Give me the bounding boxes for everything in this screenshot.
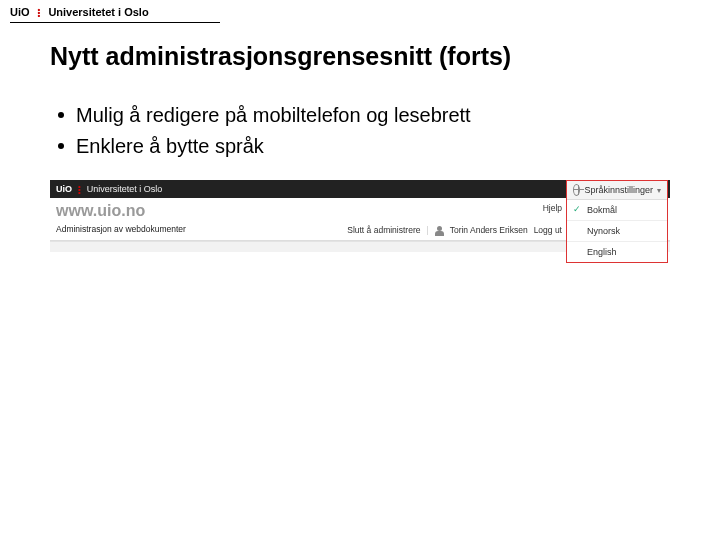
bullet-dot-icon — [58, 143, 64, 149]
site-subtitle: Administrasjon av webdokumenter — [56, 224, 186, 234]
chevron-down-icon: ▾ — [657, 186, 661, 195]
shot-toolbar: Hjelp Slutt å administrere | Torin Ander… — [347, 198, 562, 240]
bullet-list: Mulig å redigere på mobiltelefon og lese… — [58, 100, 471, 162]
bullet-item: Mulig å redigere på mobiltelefon og lese… — [58, 100, 471, 131]
shot-logo-uio: UiO — [56, 184, 72, 194]
help-link[interactable]: Hjelp — [543, 203, 562, 213]
shot-logo-university: Universitetet i Oslo — [87, 184, 163, 194]
globe-icon — [573, 184, 580, 196]
shot-logo-colons: ••• — [78, 185, 81, 194]
language-dropdown-header[interactable]: Språkinnstillinger ▾ — [567, 181, 667, 200]
user-name: Torin Anders Eriksen — [450, 225, 528, 235]
logo-uio: UiO — [10, 6, 30, 18]
stop-admin-link[interactable]: Slutt å administrere — [347, 225, 420, 235]
bullet-text: Mulig å redigere på mobiltelefon og lese… — [76, 100, 471, 131]
logout-link[interactable]: Logg ut — [534, 225, 562, 235]
language-option-label: Nynorsk — [587, 226, 620, 236]
slide-title: Nytt administrasjonsgrensesnitt (forts) — [50, 42, 511, 71]
language-option-label: English — [587, 247, 617, 257]
logo-university: Universitetet i Oslo — [48, 6, 148, 18]
language-option-english[interactable]: English — [567, 241, 667, 262]
language-dropdown-label: Språkinnstillinger — [584, 185, 653, 195]
person-icon — [435, 226, 444, 235]
language-option-bokmal[interactable]: Bokmål — [567, 200, 667, 220]
logo-underline — [10, 22, 220, 23]
site-name: www.uio.no — [56, 202, 145, 220]
language-option-label: Bokmål — [587, 205, 617, 215]
embedded-screenshot: UiO ••• Universitetet i Oslo www.uio.no … — [50, 180, 670, 252]
language-dropdown[interactable]: Språkinnstillinger ▾ Bokmål Nynorsk Engl… — [566, 180, 668, 263]
logo-colons: ••• — [38, 8, 41, 17]
bullet-item: Enklere å bytte språk — [58, 131, 471, 162]
bullet-dot-icon — [58, 112, 64, 118]
shot-body: www.uio.no Administrasjon av webdokument… — [50, 198, 670, 241]
language-option-nynorsk[interactable]: Nynorsk — [567, 220, 667, 241]
bullet-text: Enklere å bytte språk — [76, 131, 264, 162]
slide-logo: UiO ••• Universitetet i Oslo — [10, 6, 149, 18]
